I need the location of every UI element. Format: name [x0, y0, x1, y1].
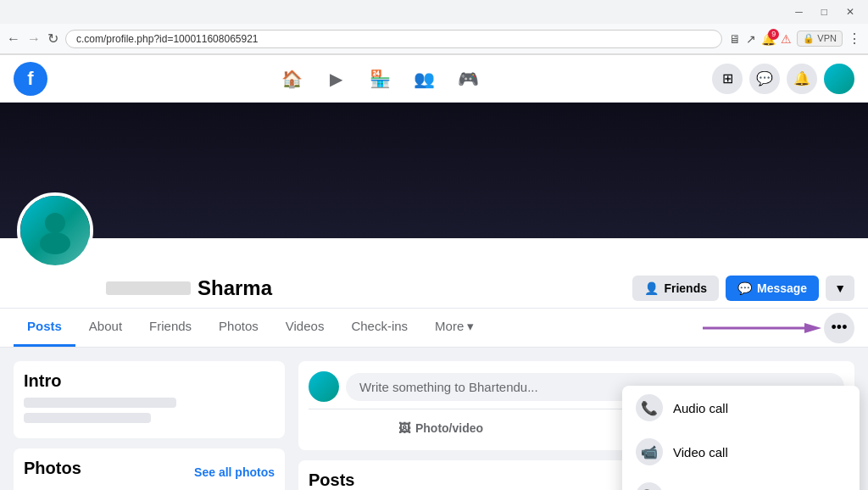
tabs-right-actions: ••• — [824, 313, 854, 343]
warning-icon: ⚠ — [781, 32, 792, 46]
left-column: Intro Photos See all photos 📸 🌃 — [14, 361, 285, 490]
nav-home-button[interactable]: 🏠 — [271, 60, 312, 97]
message-label: Message — [757, 281, 807, 295]
tab-about[interactable]: About — [75, 309, 136, 347]
svg-point-1 — [40, 232, 70, 254]
menu-icon[interactable]: ⋮ — [848, 31, 861, 47]
profile-name-section: Sharma — [106, 276, 272, 300]
url-text: c.com/profile.php?id=100011608065921 — [76, 33, 259, 45]
vpn-badge[interactable]: 🔒 VPN — [797, 31, 843, 47]
friends-button[interactable]: 👤 Friends — [632, 276, 719, 301]
profile-avatar-image — [32, 208, 79, 254]
friends-icon: 👤 — [644, 281, 659, 295]
intro-title: Intro — [24, 371, 275, 391]
audio-call-label: Audio call — [673, 401, 728, 415]
svg-point-0 — [45, 213, 65, 233]
message-button[interactable]: 💬 Message — [726, 276, 819, 301]
audio-call-item[interactable]: 📞 Audio call — [622, 386, 860, 430]
tab-more[interactable]: More ▾ — [421, 309, 487, 347]
cover-image — [0, 103, 868, 238]
profile-name: Sharma — [198, 276, 272, 300]
see-all-photos-link[interactable]: See all photos — [194, 465, 275, 479]
photos-header: Photos See all photos — [24, 459, 275, 485]
intro-card: Intro — [14, 361, 285, 438]
facebook-logo[interactable]: f — [14, 62, 47, 96]
video-call-icon: 📹 — [636, 438, 663, 465]
video-call-item[interactable]: 📹 Video call — [622, 430, 860, 474]
nav-center: 🏠 ▶ 🏪 👥 🎮 — [47, 60, 712, 97]
forward-button[interactable]: → — [27, 31, 41, 47]
nav-left: f — [14, 62, 47, 96]
photo-video-label: Photo/video — [415, 421, 483, 435]
search-icon: 🔍 — [636, 482, 663, 490]
more-tab-label: More ▾ — [435, 319, 474, 334]
nav-watch-button[interactable]: ▶ — [315, 60, 356, 97]
intro-blurred-line-1 — [24, 398, 176, 408]
nav-grid-button[interactable]: ⊞ — [712, 64, 743, 94]
back-button[interactable]: ← — [7, 31, 20, 47]
photo-video-icon: 🖼 — [398, 421, 410, 435]
post-placeholder: Write something to Bhartendu... — [359, 380, 538, 394]
refresh-button[interactable]: ↻ — [47, 31, 58, 47]
dropdown-menu: 📞 Audio call 📹 Video call 🔍 Search 👥 See… — [622, 386, 860, 490]
post-avatar — [309, 371, 339, 402]
tab-photos[interactable]: Photos — [205, 309, 272, 347]
notification-count: 9 — [768, 29, 779, 40]
profile-picture[interactable] — [17, 192, 93, 269]
photos-card: Photos See all photos 📸 🌃 Meanwhile in P… — [14, 448, 285, 490]
nav-avatar[interactable] — [824, 64, 854, 94]
nav-groups-button[interactable]: 👥 — [403, 60, 444, 97]
nav-messenger-button[interactable]: 💬 — [749, 64, 780, 94]
nav-gaming-button[interactable]: 🎮 — [448, 60, 488, 97]
facebook-app: f 🏠 ▶ 🏪 👥 🎮 ⊞ 💬 🔔 — [0, 55, 868, 490]
search-item[interactable]: 🔍 Search — [622, 474, 860, 490]
close-button[interactable]: ✕ — [839, 3, 861, 20]
nav-marketplace-button[interactable]: 🏪 — [359, 60, 400, 97]
friends-label: Friends — [664, 281, 707, 295]
monitor-icon: 🖥 — [729, 32, 741, 46]
video-call-label: Video call — [673, 445, 728, 459]
more-actions-button[interactable]: ▼ — [826, 276, 854, 301]
tabs-list: Posts About Friends Photos Videos Check-… — [14, 309, 487, 347]
posts-title: Posts — [309, 471, 354, 489]
profile-actions: 👤 Friends 💬 Message ▼ — [632, 276, 854, 301]
address-bar[interactable]: c.com/profile.php?id=100011608065921 — [65, 30, 722, 48]
minimize-button[interactable]: ─ — [788, 3, 810, 20]
tab-videos[interactable]: Videos — [272, 309, 338, 347]
tab-posts[interactable]: Posts — [14, 309, 75, 347]
nav-notifications-button[interactable]: 🔔 — [787, 64, 817, 94]
top-navigation: f 🏠 ▶ 🏪 👥 🎮 ⊞ 💬 🔔 — [0, 55, 868, 103]
nav-right: ⊞ 💬 🔔 — [712, 64, 854, 94]
maximize-button[interactable]: □ — [815, 3, 834, 20]
tab-checkins[interactable]: Check-ins — [337, 309, 421, 347]
three-dots-button[interactable]: ••• — [824, 313, 854, 343]
share-icon: ↗ — [746, 32, 756, 46]
profile-info-bar: Sharma 👤 Friends 💬 Message ▼ — [0, 238, 868, 309]
tab-friends[interactable]: Friends — [136, 309, 205, 347]
name-blurred-part — [106, 281, 191, 295]
photo-video-button[interactable]: 🖼 Photo/video — [309, 416, 573, 440]
audio-call-icon: 📞 — [636, 394, 663, 421]
messenger-icon: 💬 — [737, 281, 752, 295]
cover-photo — [0, 103, 868, 238]
photos-title: Photos — [24, 459, 81, 478]
profile-tabs-container: Posts About Friends Photos Videos Check-… — [0, 309, 868, 348]
intro-blurred-line-2 — [24, 413, 151, 423]
profile-tabs: Posts About Friends Photos Videos Check-… — [0, 309, 868, 348]
browser-chrome: ─ □ ✕ ← → ↻ c.com/profile.php?id=1000116… — [0, 0, 868, 55]
